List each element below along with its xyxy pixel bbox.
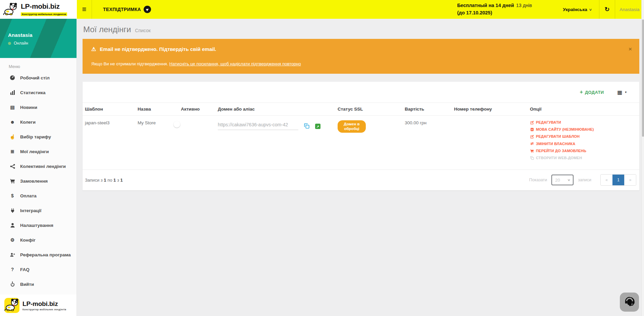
sidebar-item-stats[interactable]: Статистика <box>0 85 77 100</box>
support-chat-button[interactable] <box>620 293 639 312</box>
domain-input[interactable]: https://cakawi7636-aupvs-com-42 <box>218 122 298 130</box>
scrollbar-track[interactable] <box>641 0 644 316</box>
news-icon: ▤ <box>9 105 16 110</box>
add-button[interactable]: + ДОДАТИ <box>580 89 604 95</box>
option-link-create-web-domain: СТВОРИТИ WEB-ДОМЕН <box>530 156 637 160</box>
sidebar-item-collective[interactable]: Колективні лендінги <box>0 159 77 174</box>
price-cell: 300.00 грн <box>402 116 452 170</box>
column-settings-dropdown[interactable]: ▦ ▾ <box>617 89 627 96</box>
table-footer: Записи з 1 по 1 з 1 Показати 20 ∨ записи… <box>83 170 639 190</box>
option-label: РЕДАГУВАТИ ШАБЛОН <box>536 134 580 138</box>
option-link-site-language[interactable]: AМОВА САЙТУ (НЕЗМІНЮВАНЕ) <box>530 127 637 131</box>
add-button-label: ДОДАТИ <box>585 90 604 95</box>
column-header: Назва <box>135 103 179 116</box>
sidebar-item-tariff[interactable]: ☝Вибір тарифу <box>0 129 77 144</box>
trial-days-left: 13 днів <box>516 3 532 8</box>
sidebar-item-orders[interactable]: Замовлення <box>0 174 77 188</box>
sidebar-item-label: Інтеграції <box>20 208 41 213</box>
option-link-go-to-orders[interactable]: ПЕРЕЙТИ ДО ЗАМОВЛЕНЬ <box>530 149 637 153</box>
page-title: Мої лендінги <box>83 25 131 34</box>
collective-icon <box>9 164 16 169</box>
cart-icon <box>530 149 534 153</box>
table-toolbar: + ДОДАТИ ▦ ▾ <box>83 82 639 103</box>
topbar-username[interactable]: Anastasia <box>615 7 644 12</box>
exchange-icon: ⇄ <box>530 141 534 146</box>
pagination-prev-button[interactable]: « <box>601 175 612 185</box>
sidebar-item-colleagues[interactable]: ☻Колеги <box>0 115 77 129</box>
sidebar-item-faq[interactable]: ?FAQ <box>0 262 77 277</box>
column-header: Шаблон <box>83 103 135 116</box>
language-selector[interactable]: Українська ∨ <box>563 7 592 12</box>
trial-info: Бесплатный на 14 дней13 днів (до 17.10.2… <box>457 2 532 17</box>
sidebar-item-desktop[interactable]: Робочий стіл <box>0 70 77 85</box>
sidebar-item-label: Колеги <box>20 120 36 125</box>
tariff-icon: ☝ <box>9 134 16 139</box>
sidebar-username: Anastasia <box>8 32 77 38</box>
sidebar-item-label: Колективні лендінги <box>20 164 66 169</box>
stats-icon <box>9 90 16 95</box>
landings-icon: ≣ <box>9 149 16 154</box>
scrollbar-thumb[interactable] <box>642 19 644 137</box>
sidebar-item-label: Конфіг <box>20 238 36 243</box>
phone-cell <box>452 116 528 170</box>
edit-icon <box>530 135 534 138</box>
sidebar-item-news[interactable]: ▤Новини <box>0 100 77 115</box>
alert-title: Email не підтверджено. Підтвердіть свій … <box>100 46 216 52</box>
option-label: СТВОРИТИ WEB-ДОМЕН <box>536 156 582 160</box>
ssl-status-cell: Домен в обробці <box>335 116 402 170</box>
sidebar-item-integrations[interactable]: Інтеграції <box>0 203 77 218</box>
sidebar-item-referral[interactable]: Реферальна програма <box>0 247 77 262</box>
table-row: japan-steel3 My Store https://cakawi7636… <box>83 116 639 170</box>
column-header: Активно <box>179 103 215 116</box>
option-label: РЕДАГУВАТИ <box>536 120 561 124</box>
name-cell: My Store <box>135 116 179 170</box>
alert-text: Якщо Ви не отримали підтвердження. <box>91 61 169 66</box>
options-cell: РЕДАГУВАТИAМОВА САЙТУ (НЕЗМІНЮВАНЕ)РЕДАГ… <box>528 116 639 170</box>
pagination-page-1[interactable]: 1 <box>612 175 624 185</box>
power-icon <box>9 282 16 287</box>
sidebar-user-panel: Anastasia Онлайн <box>0 19 77 58</box>
sidebar-item-label: Робочий стіл <box>20 75 50 80</box>
tech-support-label: ТЕХПІДТРИМКА <box>103 7 141 12</box>
dog-mascot-icon <box>4 298 20 313</box>
column-header: Статус SSL <box>335 103 402 116</box>
page-size-select[interactable]: 20 ∨ <box>551 175 574 185</box>
sidebar-item-label: Налаштування <box>20 223 53 228</box>
sidebar-item-label: Вибір тарифу <box>20 134 51 139</box>
hamburger-menu-icon[interactable]: ≡ <box>77 5 92 14</box>
show-label: Показати <box>529 178 547 182</box>
record-total: 1 <box>120 178 123 183</box>
option-label: ПЕРЕЙТИ ДО ЗАМОВЛЕНЬ <box>536 149 586 153</box>
column-header: Вартість <box>402 103 452 116</box>
sidebar-item-config[interactable]: ⚙Конфіг <box>0 233 77 247</box>
sidebar-item-label: FAQ <box>20 267 30 272</box>
copy-icon[interactable] <box>304 123 309 130</box>
dashboard-icon <box>9 75 16 80</box>
colleagues-icon: ☻ <box>9 119 16 125</box>
sidebar-item-logout[interactable]: Вийти <box>0 277 77 292</box>
clone-icon <box>530 156 534 160</box>
resend-confirmation-link[interactable]: Натисніть це посилання, щоб надіслати пі… <box>169 61 301 66</box>
sidebar-footer-logo[interactable]: LP-mobi.biz Конструктор мобільних лендін… <box>0 295 77 316</box>
close-icon[interactable]: × <box>629 46 632 52</box>
language-label: Українська <box>563 7 587 12</box>
trial-title: Бесплатный на 14 дней <box>457 3 514 8</box>
page-subtitle: Список <box>135 28 151 33</box>
sidebar-item-my-landings[interactable]: ≣Мої лендінги <box>0 144 77 159</box>
option-link-change-owner[interactable]: ⇄ЗМІНИТИ ВЛАСНИКА <box>530 141 637 146</box>
option-link-edit[interactable]: РЕДАГУВАТИ <box>530 120 637 124</box>
refresh-icon[interactable]: ↻ <box>599 6 615 13</box>
brand-logo[interactable]: LP-mobi.biz Конструктор мобильных лендин… <box>0 0 77 19</box>
topbar-divider <box>92 0 92 19</box>
user-plus-icon <box>9 252 16 257</box>
tech-support-link[interactable]: ТЕХПІДТРИМКА ▶ <box>103 6 151 13</box>
footer-brand-subtitle: Конструктор мобільних лендінгів <box>22 308 66 311</box>
sidebar-item-settings[interactable]: Налаштування <box>0 218 77 233</box>
external-link-icon[interactable]: ↗ <box>315 124 320 129</box>
telegram-icon: ▶ <box>144 6 151 13</box>
sidebar-item-payment[interactable]: $Оплата <box>0 188 77 203</box>
option-label: МОВА САЙТУ (НЕЗМІНЮВАНЕ) <box>536 127 594 131</box>
records-summary: Записи з 1 по 1 з 1 <box>85 178 123 183</box>
pagination-next-button[interactable]: » <box>624 175 636 185</box>
option-link-edit-template[interactable]: РЕДАГУВАТИ ШАБЛОН <box>530 134 637 138</box>
